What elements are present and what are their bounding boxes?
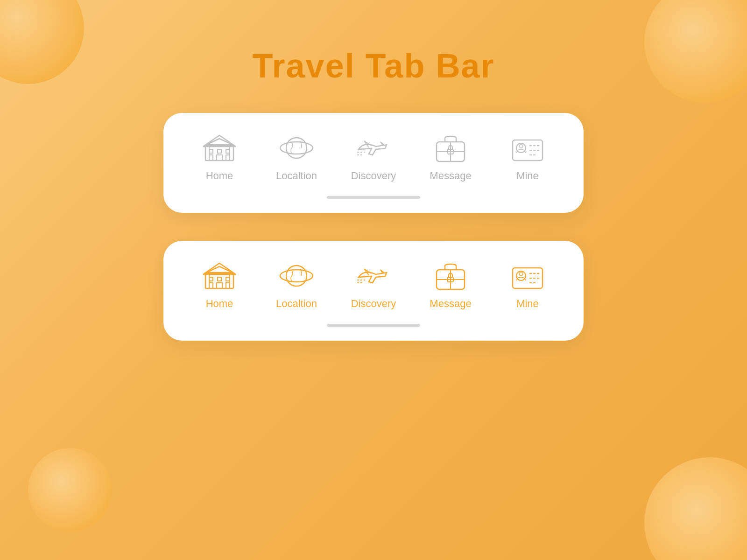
svg-point-36 <box>286 266 307 286</box>
tab-bar-active: Home Localtion <box>163 241 584 341</box>
tab-item-discovery-inactive[interactable]: Discovery <box>345 132 402 182</box>
tab-label-home-active: Home <box>206 298 233 310</box>
tab-item-message-active[interactable]: Message <box>423 259 479 310</box>
svg-rect-3 <box>226 149 230 153</box>
tab-label-message-inactive: Message <box>430 170 471 182</box>
tab-bar-items-active: Home Localtion <box>191 259 556 310</box>
tab-item-home-active[interactable]: Home <box>191 259 247 310</box>
svg-rect-27 <box>218 277 221 281</box>
svg-point-12 <box>280 142 313 154</box>
svg-point-21 <box>519 144 523 148</box>
svg-rect-30 <box>226 283 230 288</box>
tab-indicator-inactive <box>327 196 420 199</box>
tab-label-location-active: Localtion <box>276 298 317 310</box>
tab-item-message-inactive[interactable]: Message <box>423 132 479 182</box>
decorative-circle-bottom-right <box>644 457 747 560</box>
tab-label-mine-inactive: Mine <box>516 170 539 182</box>
message-icon <box>432 132 469 164</box>
tab-item-location-inactive[interactable]: Localtion <box>268 132 324 182</box>
tab-indicator-active <box>327 324 420 327</box>
svg-rect-31 <box>217 283 222 288</box>
tab-bar-items-inactive: Home Localtion <box>191 132 556 182</box>
svg-rect-28 <box>226 277 230 281</box>
svg-rect-4 <box>209 155 213 161</box>
svg-rect-5 <box>226 155 230 161</box>
tab-label-discovery-inactive: Discovery <box>351 170 396 182</box>
tab-label-message-active: Message <box>430 298 471 310</box>
svg-point-11 <box>286 138 307 158</box>
tab-label-mine-active: Mine <box>516 298 539 310</box>
tab-label-discovery-active: Discovery <box>351 298 396 310</box>
svg-rect-1 <box>209 149 213 153</box>
location-icon <box>278 132 315 164</box>
tab-bar-inactive: Home Localtion <box>163 113 584 213</box>
discovery-icon-active <box>355 259 392 292</box>
svg-rect-2 <box>218 149 221 153</box>
tab-label-home-inactive: Home <box>206 170 233 182</box>
tab-label-location-inactive: Localtion <box>276 170 317 182</box>
svg-rect-6 <box>217 155 222 161</box>
decorative-circle-bottom-left <box>28 448 112 532</box>
svg-point-37 <box>280 270 313 282</box>
tab-item-location-active[interactable]: Localtion <box>268 259 324 310</box>
tab-item-mine-inactive[interactable]: Mine <box>500 132 556 182</box>
svg-rect-26 <box>209 277 213 281</box>
tab-item-home-inactive[interactable]: Home <box>191 132 247 182</box>
page-title: Travel Tab Bar <box>253 47 495 85</box>
message-icon-active <box>432 259 469 292</box>
tab-item-mine-active[interactable]: Mine <box>500 259 556 310</box>
tab-item-discovery-active[interactable]: Discovery <box>345 259 402 310</box>
svg-point-46 <box>519 272 523 276</box>
location-icon-active <box>278 259 315 292</box>
home-icon <box>201 132 238 164</box>
home-icon-active <box>201 259 238 292</box>
mine-icon <box>509 132 546 164</box>
mine-icon-active <box>509 259 546 292</box>
svg-rect-29 <box>209 283 213 288</box>
discovery-icon <box>355 132 392 164</box>
